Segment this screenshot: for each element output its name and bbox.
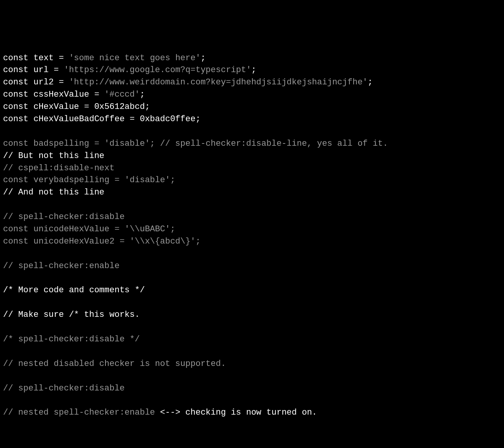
code-token: <--> checking is now turned on. xyxy=(155,408,317,417)
code-token: ; xyxy=(251,65,256,75)
code-token: const url = xyxy=(3,65,64,75)
code-token: ; xyxy=(201,53,206,63)
code-token: ; xyxy=(140,90,145,99)
code-token: 'some nice text goes here' xyxy=(69,53,201,63)
code-line: // cspell:disable-next xyxy=(3,162,501,175)
code-line xyxy=(3,395,501,407)
code-block: const text = 'some nice text goes here';… xyxy=(3,52,501,419)
code-line: // spell-checker:enable xyxy=(3,260,501,272)
code-line: /* spell-checker:disable */ xyxy=(3,333,501,346)
code-token: const badspelling = 'disable'; // spell-… xyxy=(3,139,388,148)
code-line xyxy=(3,346,501,358)
code-token: // spell-checker:disable xyxy=(3,212,125,222)
code-line xyxy=(3,199,501,211)
code-line: const badspelling = 'disable'; // spell-… xyxy=(3,138,501,150)
code-line: // nested spell-checker:enable <--> chec… xyxy=(3,407,501,419)
code-line: // spell-checker:disable xyxy=(3,211,501,223)
code-line: /* More code and comments */ xyxy=(3,284,501,296)
code-line: // spell-checker:disable xyxy=(3,382,501,395)
code-line: // And not this line xyxy=(3,186,501,199)
code-token: // Make sure /* this works. xyxy=(3,310,140,320)
code-token: /* More code and comments */ xyxy=(3,285,145,295)
code-token: const url2 = xyxy=(3,77,69,87)
code-token: '#cccd' xyxy=(104,90,140,99)
code-token: // spell-checker:disable xyxy=(3,384,125,393)
code-line: const cHexValueBadCoffee = 0xbadc0ffee; xyxy=(3,113,501,125)
code-line xyxy=(3,272,501,285)
code-token: /* spell-checker:disable */ xyxy=(3,334,140,344)
code-line: const text = 'some nice text goes here'; xyxy=(3,52,501,64)
code-token: const cHexValueBadCoffee = 0xbadc0ffee; xyxy=(3,114,201,124)
code-line: const url2 = 'http://www.weirddomain.com… xyxy=(3,76,501,89)
code-token: 'http://www.weirddomain.com?key=jdhehdjs… xyxy=(69,77,368,87)
code-token: const cHexValue = 0x5612abcd; xyxy=(3,102,150,112)
code-line: // Make sure /* this works. xyxy=(3,309,501,321)
code-token: ; xyxy=(368,77,373,87)
code-token: const unicodeHexValue2 = '\\x\{abcd\}'; xyxy=(3,237,201,246)
code-line: const cHexValue = 0x5612abcd; xyxy=(3,101,501,113)
code-line xyxy=(3,248,501,260)
code-line: // nested disabled checker is not suppor… xyxy=(3,358,501,370)
code-line xyxy=(3,321,501,333)
code-line: const unicodeHexValue = '\\uBABC'; xyxy=(3,223,501,236)
code-token: 'https://www.google.com?q=typescript' xyxy=(64,65,251,75)
code-line xyxy=(3,125,501,138)
code-line: // But not this line xyxy=(3,150,501,162)
code-line: const url = 'https://www.google.com?q=ty… xyxy=(3,64,501,76)
code-token: // nested disabled checker is not suppor… xyxy=(3,359,226,369)
code-token: // spell-checker:enable xyxy=(3,261,120,271)
code-token: // But not this line xyxy=(3,151,104,161)
code-token: const unicodeHexValue = '\\uBABC'; xyxy=(3,224,175,234)
code-token: // And not this line xyxy=(3,188,104,197)
code-token: // cspell:disable-next xyxy=(3,163,114,173)
code-line: const unicodeHexValue2 = '\\x\{abcd\}'; xyxy=(3,236,501,248)
code-token: const verybadspelling = 'disable'; xyxy=(3,175,175,185)
code-token: const text = xyxy=(3,53,69,63)
code-line: const verybadspelling = 'disable'; xyxy=(3,174,501,186)
code-token: // nested spell-checker:enable xyxy=(3,408,155,417)
code-line xyxy=(3,296,501,309)
code-token: const cssHexValue = xyxy=(3,90,104,99)
code-line xyxy=(3,370,501,382)
code-line: const cssHexValue = '#cccd'; xyxy=(3,89,501,101)
